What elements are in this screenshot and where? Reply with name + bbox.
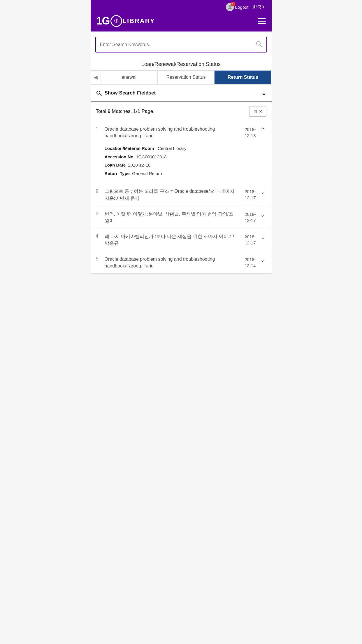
- header-main: 1G ⓘ LIBRARY: [96, 13, 266, 32]
- book-list: 1 Oracle database problem solving and tr…: [91, 121, 272, 274]
- export-button[interactable]: 🖹 ✕: [249, 106, 266, 117]
- page-title-wrap: Loan/Renewal/Reservation Status: [91, 58, 272, 71]
- hamburger-line-2: [258, 21, 266, 22]
- book-num-4: 4: [96, 233, 101, 239]
- list-item: 2 그림으로 공부하는 오라클 구조 = Oracle databese/오다 …: [91, 183, 272, 206]
- book-num-1: 1: [96, 126, 101, 132]
- book-num-2: 2: [96, 188, 101, 194]
- results-count-number: 6: [108, 108, 110, 114]
- logout-button[interactable]: Logout: [235, 5, 249, 10]
- detail-loan-date: Loan Date 2018-12-18: [105, 161, 266, 169]
- book-row-3[interactable]: 3 번역, 이럴 땐 이렇게:분야별, 상황별, 주제별 영어 번역 강의/조원…: [91, 206, 272, 228]
- search-bar-wrap: [91, 32, 272, 58]
- accession-value: IGC000012918: [137, 154, 167, 159]
- list-item: 4 왜 다시 마키아벨리인가 :보다 나은 세상을 위한 로마사 이야기/박홍규…: [91, 228, 272, 251]
- svg-point-2: [256, 41, 260, 45]
- chevron-down-icon: ⌄: [261, 89, 266, 97]
- book-title-2: 그림으로 공부하는 오라클 구조 = Oracle databese/오다 케이…: [105, 188, 236, 201]
- user-icon-wrap: 1: [226, 3, 234, 11]
- return-type-value: General Return: [132, 171, 162, 176]
- export-icon: 🖹: [253, 109, 257, 114]
- book-title-5: Oracle database problem solving and trou…: [105, 256, 236, 269]
- loan-date-label: Loan Date: [105, 162, 126, 167]
- export-label: ✕: [259, 109, 263, 114]
- svg-line-3: [260, 45, 262, 47]
- logo: 1G ⓘ LIBRARY: [96, 15, 155, 27]
- expand-icon-2[interactable]: ⌄: [259, 188, 266, 195]
- list-item: 5 Oracle database problem solving and tr…: [91, 251, 272, 274]
- results-count-suffix: Matches, 1/1 Page: [110, 108, 153, 114]
- book-row-2[interactable]: 2 그림으로 공부하는 오라클 구조 = Oracle databese/오다 …: [91, 183, 272, 205]
- logo-icon: ⓘ: [114, 18, 118, 24]
- book-title-4: 왜 다시 마키아벨리인가 :보다 나은 세상을 위한 로마사 이야기/박홍규: [105, 233, 236, 246]
- header: 1 Logout 한국어 1G ⓘ LIBRARY: [91, 0, 272, 32]
- search-fieldset-label: Show Search Fieldset: [105, 90, 156, 96]
- book-row-5[interactable]: 5 Oracle database problem solving and tr…: [91, 251, 272, 273]
- loan-date-value: 2018-12-18: [128, 162, 150, 167]
- search-bar: [95, 37, 267, 52]
- logo-text-library: LIBRARY: [123, 17, 155, 25]
- hamburger-menu[interactable]: [258, 18, 266, 24]
- search-icon[interactable]: [255, 40, 262, 49]
- search-input[interactable]: [100, 42, 255, 47]
- location-value: Central Library: [158, 146, 186, 151]
- expand-icon-1[interactable]: ⌃: [259, 126, 266, 133]
- book-title-3: 번역, 이럴 땐 이렇게:분야별, 상황별, 주제별 영어 번역 강의/조원미: [105, 211, 236, 224]
- book-num-3: 3: [96, 211, 101, 216]
- search-fieldset-label-wrap: Show Search Fieldset: [96, 90, 156, 96]
- hamburger-line-3: [258, 23, 266, 24]
- header-top: 1 Logout 한국어: [96, 0, 266, 13]
- accession-label: Accession No.: [105, 154, 135, 159]
- results-count-prefix: Total: [96, 108, 108, 114]
- book-date-2: 2018-12-17: [239, 188, 256, 201]
- svg-line-5: [100, 94, 101, 96]
- results-count: Total 6 Matches, 1/1 Page: [96, 108, 153, 114]
- book-date-1: 2018-12-18: [239, 126, 256, 139]
- tabs-wrap: ◀ enewal Reservation Status Return Statu…: [91, 71, 272, 85]
- svg-point-0: [229, 5, 231, 8]
- book-num-5: 5: [96, 256, 101, 262]
- book-row-1[interactable]: 1 Oracle database problem solving and tr…: [91, 121, 272, 143]
- book-title-1: Oracle database problem solving and trou…: [105, 126, 236, 139]
- detail-accession: Accession No. IGC000012918: [105, 153, 266, 161]
- book-date-3: 2018-12-17: [239, 211, 256, 223]
- tab-renewal[interactable]: enewal: [101, 71, 158, 84]
- book-details-1: Location/Material Room Central Library A…: [91, 143, 272, 183]
- results-header: Total 6 Matches, 1/1 Page 🖹 ✕: [91, 102, 272, 121]
- search-fieldset-toggle[interactable]: Show Search Fieldset ⌄: [91, 85, 272, 102]
- svg-point-4: [97, 91, 100, 94]
- book-date-4: 2018-12-17: [239, 233, 256, 246]
- search-fieldset-icon: [96, 90, 102, 96]
- list-item: 3 번역, 이럴 땐 이렇게:분야별, 상황별, 주제별 영어 번역 강의/조원…: [91, 206, 272, 228]
- tab-arrow-left[interactable]: ◀: [91, 71, 101, 84]
- hamburger-line-1: [258, 18, 266, 19]
- logo-circle: ⓘ: [110, 15, 122, 27]
- page-title: Loan/Renewal/Reservation Status: [141, 61, 221, 67]
- book-row-4[interactable]: 4 왜 다시 마키아벨리인가 :보다 나은 세상을 위한 로마사 이야기/박홍규…: [91, 228, 272, 251]
- return-type-label: Return Type: [105, 171, 130, 176]
- expand-icon-3[interactable]: ⌄: [259, 211, 266, 218]
- list-item: 1 Oracle database problem solving and tr…: [91, 121, 272, 183]
- user-area: 1 Logout: [226, 3, 249, 11]
- expand-icon-5[interactable]: ⌄: [259, 256, 266, 263]
- tab-return-status[interactable]: Return Status: [215, 71, 271, 84]
- tab-reservation-status[interactable]: Reservation Status: [158, 71, 215, 84]
- expand-icon-4[interactable]: ⌄: [259, 233, 266, 241]
- language-button[interactable]: 한국어: [253, 4, 266, 10]
- book-date-5: 2018-12-14: [239, 256, 256, 269]
- user-badge: 1: [231, 2, 235, 6]
- logo-text-1g: 1G: [96, 16, 110, 26]
- location-label: Location/Material Room: [105, 146, 154, 151]
- detail-return-type: Return Type General Return: [105, 169, 266, 178]
- svg-point-1: [228, 8, 232, 9]
- detail-location: Location/Material Room Central Library: [105, 144, 266, 153]
